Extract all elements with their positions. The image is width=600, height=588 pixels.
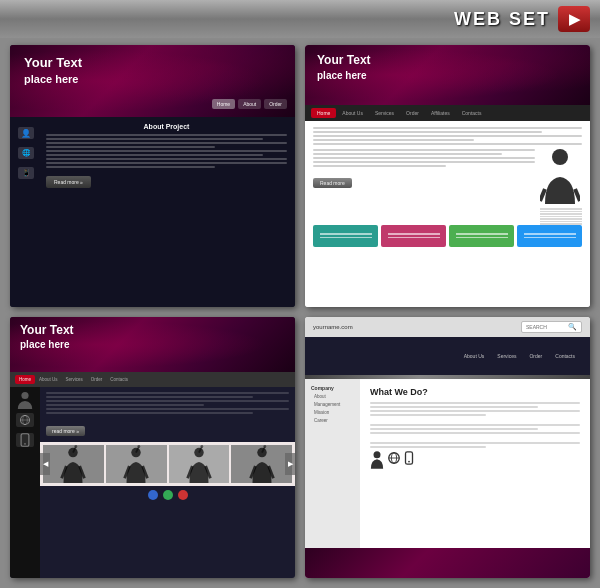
card3-person-icon	[16, 393, 34, 407]
card3-line	[46, 412, 253, 414]
card2-header: Your Text place here	[305, 45, 590, 105]
card4-section-title: What We Do?	[370, 387, 580, 397]
card2-title-main: Your Text	[317, 53, 371, 69]
svg-point-18	[138, 445, 141, 448]
card2-feat-line	[524, 237, 576, 239]
card2-feat-green	[449, 225, 514, 247]
card1-line	[46, 150, 287, 152]
card2-feat-blue	[517, 225, 582, 247]
card4-line	[370, 428, 538, 430]
card2-read-more[interactable]: Read more	[313, 178, 352, 188]
card3-header: Your Text place here	[10, 317, 295, 372]
card1-line	[46, 142, 287, 144]
card2-nav-home[interactable]: Home	[311, 108, 336, 118]
card2-line	[313, 149, 535, 151]
card4-nav-order[interactable]: Order	[524, 351, 547, 361]
template-card-4: yourname.com SEARCH 🔍 About Us Services …	[305, 317, 590, 579]
svg-line-2	[575, 189, 580, 201]
arrow-button[interactable]: ▶	[558, 6, 590, 32]
template-card-3: Your Text place here Home About Us Servi…	[10, 317, 295, 579]
card4-footer-strip	[305, 548, 590, 578]
template-card-2: Your Text place here Home About Us Servi…	[305, 45, 590, 307]
card1-line	[46, 166, 215, 168]
card3-dot-green[interactable]	[163, 490, 173, 500]
card2-line	[313, 135, 582, 137]
card4-sidebar-management[interactable]: Management	[311, 402, 354, 407]
card1-title-main: Your Text	[24, 55, 82, 72]
card1-nav-item-order[interactable]: Order	[264, 99, 287, 109]
card3-prev-btn[interactable]: ◀	[40, 453, 50, 475]
card4-sidebar-about[interactable]: About	[311, 394, 354, 399]
header-title: WEB SET	[454, 9, 550, 30]
card2-person-area	[540, 149, 582, 225]
card3-nav-order[interactable]: Order	[87, 375, 107, 384]
card3-dot-blue[interactable]	[148, 490, 158, 500]
card1-header: Your Text place here Home About Order	[10, 45, 295, 117]
card3-line	[46, 400, 289, 402]
card1-line	[46, 154, 263, 156]
card2-line	[313, 161, 535, 163]
arrow-icon: ▶	[569, 11, 580, 27]
card2-line	[313, 127, 582, 129]
card3-next-btn[interactable]: ▶	[285, 453, 295, 475]
card1-title-sub: place here	[24, 72, 82, 86]
card4-line	[370, 410, 580, 412]
card4-sidebar-career[interactable]: Career	[311, 418, 354, 423]
card4-nav-contacts[interactable]: Contacts	[550, 351, 580, 361]
card3-nav-services[interactable]: Services	[62, 375, 87, 384]
card2-text-2	[313, 149, 535, 167]
card2-nav-contacts[interactable]: Contacts	[456, 108, 488, 118]
card2-feature-boxes	[313, 225, 582, 247]
svg-point-24	[257, 447, 267, 457]
card4-text-1	[370, 402, 580, 416]
card2-right-text	[540, 208, 582, 225]
card1-sidebar: 👤 🌐 📱	[18, 123, 40, 301]
card4-search-box[interactable]: SEARCH 🔍	[521, 321, 582, 333]
card4-line	[370, 414, 486, 416]
card1-nav-item-home[interactable]: Home	[212, 99, 235, 109]
card2-title-sub: place here	[317, 69, 371, 82]
card3-nav-about[interactable]: About Us	[35, 375, 62, 384]
card2-mini-line	[540, 208, 582, 210]
card4-body: Company About Management Mission Career …	[305, 379, 590, 575]
card4-nav-services[interactable]: Services	[492, 351, 521, 361]
card3-title-main: Your Text	[20, 323, 74, 339]
card2-feat-line	[456, 233, 508, 235]
card1-nav: Home About Order	[212, 99, 287, 109]
card2-mini-line	[540, 218, 582, 220]
card4-nav-about[interactable]: About Us	[459, 351, 490, 361]
card2-line	[313, 131, 542, 133]
card4-url-bar: yourname.com SEARCH 🔍	[305, 317, 590, 337]
card2-title: Your Text place here	[317, 53, 371, 82]
card3-photo-2	[106, 445, 167, 483]
card4-header: About Us Services Order Contacts	[305, 337, 590, 375]
svg-line-1	[540, 189, 545, 201]
card3-dot-red[interactable]	[178, 490, 188, 500]
card3-nav-contacts[interactable]: Contacts	[106, 375, 132, 384]
card4-line	[370, 406, 538, 408]
card1-nav-item-about[interactable]: About	[238, 99, 261, 109]
card2-nav-about[interactable]: About Us	[336, 108, 369, 118]
card3-sidebar	[10, 387, 40, 579]
card4-line	[370, 402, 580, 404]
card2-nav-order[interactable]: Order	[400, 108, 425, 118]
card3-read-more[interactable]: read more »	[46, 426, 85, 436]
card3-body: read more » ◀ ▶	[10, 387, 295, 579]
card3-photo-3	[169, 445, 230, 483]
card2-nav-affiliates[interactable]: Affiliates	[425, 108, 456, 118]
card4-sidebar-mission[interactable]: Mission	[311, 410, 354, 415]
card3-nav: Home About Us Services Order Contacts	[10, 372, 295, 387]
card4-line	[370, 424, 580, 426]
card3-line	[46, 408, 289, 410]
card1-read-more[interactable]: Read more »	[46, 176, 91, 188]
card3-globe-icon	[16, 413, 34, 427]
card4-search-icon: 🔍	[568, 323, 577, 331]
card1-line	[46, 158, 287, 160]
card2-nav-services[interactable]: Services	[369, 108, 400, 118]
card3-color-dots	[46, 486, 289, 504]
card3-text	[46, 392, 289, 414]
svg-point-9	[69, 447, 79, 457]
card2-text-col: Read more	[313, 149, 535, 189]
card3-nav-home[interactable]: Home	[15, 375, 35, 384]
card2-mini-line	[540, 221, 582, 223]
